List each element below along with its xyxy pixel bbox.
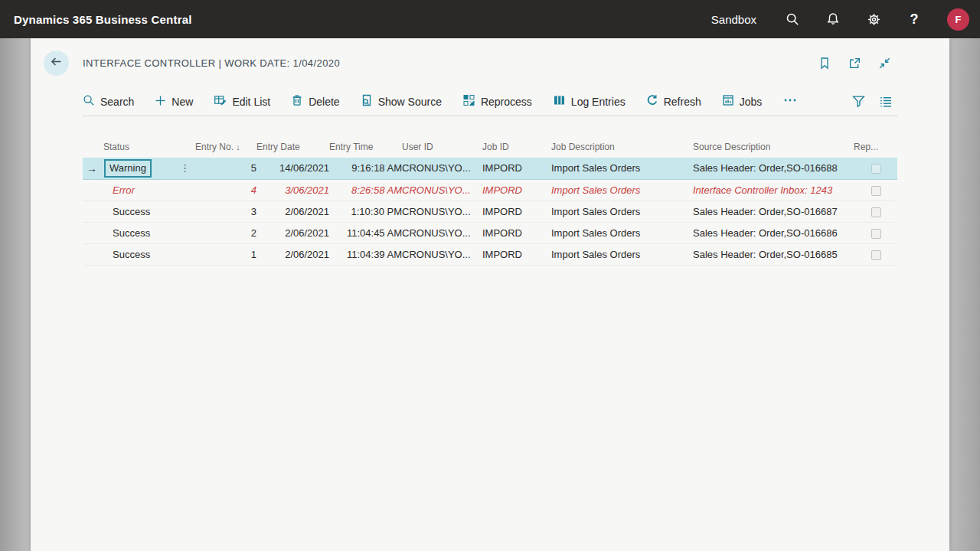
delete-button[interactable]: Delete xyxy=(291,94,339,109)
col-job-id[interactable]: Job ID xyxy=(482,136,551,158)
col-reprocess[interactable]: Rep... xyxy=(854,136,897,158)
col-job-description[interactable]: Job Description xyxy=(551,136,693,158)
cell-status[interactable]: Success xyxy=(103,201,180,222)
cell-entry-time[interactable]: 9:16:18 AM xyxy=(329,158,402,179)
cell-user-id[interactable]: CRONUS\YO... xyxy=(402,243,482,265)
row-indicator-cell: → xyxy=(83,158,103,179)
reprocess-checkbox[interactable] xyxy=(871,250,881,260)
table-row[interactable]: Success 2 2/06/2021 11:04:45 AM CRONUS\Y… xyxy=(83,222,897,243)
environment-badge[interactable]: Sandbox xyxy=(711,13,756,26)
cell-reprocess xyxy=(854,158,897,179)
help-icon[interactable]: ? xyxy=(906,11,922,27)
cell-entry-time[interactable]: 11:04:39 AM xyxy=(329,243,402,265)
reprocess-checkbox[interactable] xyxy=(871,164,881,174)
show-source-icon xyxy=(361,94,373,109)
cell-entry-date[interactable]: 2/06/2021 xyxy=(256,243,329,265)
cell-job-id[interactable]: IMPORD xyxy=(482,158,551,179)
cell-status[interactable]: Error xyxy=(103,179,180,201)
cell-entry-time[interactable]: 11:04:45 AM xyxy=(329,222,402,243)
edit-list-button[interactable]: Edit List xyxy=(214,94,270,109)
table-row-selected[interactable]: → Warning ⋮ 5 14/06/2021 9:16:18 AM CRON… xyxy=(83,158,897,179)
plus-icon xyxy=(155,95,166,109)
cell-entry-no[interactable]: 1 xyxy=(195,243,256,265)
sort-descending-icon: ↓ xyxy=(236,142,240,152)
reprocess-checkbox[interactable] xyxy=(871,207,881,217)
col-entry-date[interactable]: Entry Date xyxy=(256,136,329,158)
reprocess-button[interactable]: Reprocess xyxy=(462,94,532,109)
user-avatar[interactable]: F xyxy=(947,8,969,31)
cell-source-description[interactable]: Interface Controller Inbox: 1243 xyxy=(693,179,854,201)
cell-user-id[interactable]: CRONUS\YO... xyxy=(402,179,482,201)
cell-job-id[interactable]: IMPORD xyxy=(482,243,551,265)
open-in-new-window-icon[interactable] xyxy=(848,56,861,70)
collapse-icon[interactable] xyxy=(877,56,891,70)
edit-list-icon xyxy=(214,94,227,109)
cell-reprocess xyxy=(854,243,897,265)
col-status[interactable]: Status xyxy=(103,136,180,158)
col-entry-no[interactable]: Entry No. ↓ xyxy=(195,136,256,158)
table-row[interactable]: Success 1 2/06/2021 11:04:39 AM CRONUS\Y… xyxy=(83,243,897,265)
cell-entry-date[interactable]: 3/06/2021 xyxy=(256,179,329,201)
search-icon[interactable] xyxy=(785,11,800,27)
log-entries-button[interactable]: Log Entries xyxy=(553,94,626,109)
cell-job-description[interactable]: Import Sales Orders xyxy=(551,201,693,222)
more-options-button[interactable] xyxy=(782,94,798,109)
cell-user-id[interactable]: CRONUS\YO... xyxy=(402,222,482,243)
notifications-bell-icon[interactable] xyxy=(825,11,841,27)
log-entries-icon xyxy=(553,94,566,109)
bookmark-icon[interactable] xyxy=(818,56,831,70)
cell-source-description[interactable]: Sales Header: Order,SO-016686 xyxy=(693,222,854,243)
new-button[interactable]: New xyxy=(155,95,193,109)
reprocess-checkbox[interactable] xyxy=(871,229,881,239)
cell-entry-date[interactable]: 2/06/2021 xyxy=(256,222,329,243)
col-entry-time[interactable]: Entry Time xyxy=(329,136,402,158)
col-user-id[interactable]: User ID xyxy=(402,136,482,158)
jobs-button[interactable]: Jobs xyxy=(722,94,763,109)
cell-job-id[interactable]: IMPORD xyxy=(482,222,551,243)
cell-job-description[interactable]: Import Sales Orders xyxy=(551,179,693,201)
cell-entry-no[interactable]: 5 xyxy=(195,158,256,179)
view-options-icon[interactable] xyxy=(879,95,893,109)
row-menu-cell xyxy=(180,201,195,222)
back-arrow-icon xyxy=(50,55,63,70)
cell-job-id[interactable]: IMPORD xyxy=(482,201,551,222)
filter-icon[interactable] xyxy=(851,95,865,109)
cell-status[interactable]: Success xyxy=(103,222,180,243)
row-context-menu-icon: ⋮ xyxy=(180,162,190,174)
show-source-button[interactable]: Show Source xyxy=(361,94,442,109)
col-source-description[interactable]: Source Description xyxy=(693,136,854,158)
cell-job-description[interactable]: Import Sales Orders xyxy=(551,222,693,243)
cell-entry-time[interactable]: 1:10:30 PM xyxy=(329,201,402,222)
reprocess-icon xyxy=(462,94,475,109)
table-row[interactable]: Success 3 2/06/2021 1:10:30 PM CRONUS\YO… xyxy=(83,201,897,222)
cell-source-description[interactable]: Sales Header: Order,SO-016688 xyxy=(693,158,854,179)
cell-job-id[interactable]: IMPORD xyxy=(482,179,551,201)
refresh-button[interactable]: Refresh xyxy=(646,94,701,109)
cell-job-description[interactable]: Import Sales Orders xyxy=(551,158,693,179)
search-button[interactable]: Search xyxy=(83,94,134,109)
cell-status[interactable]: Warning xyxy=(103,158,180,179)
cell-entry-no[interactable]: 2 xyxy=(195,222,256,243)
cell-entry-date[interactable]: 14/06/2021 xyxy=(256,158,329,179)
cell-entry-date[interactable]: 2/06/2021 xyxy=(256,201,329,222)
cell-user-id[interactable]: CRONUS\YO... xyxy=(402,158,482,179)
app-title[interactable]: Dynamics 365 Business Central xyxy=(14,13,192,26)
cell-job-description[interactable]: Import Sales Orders xyxy=(551,243,693,265)
cell-status[interactable]: Success xyxy=(103,243,180,265)
cell-entry-time[interactable]: 8:26:58 AM xyxy=(329,179,402,201)
cell-source-description[interactable]: Sales Header: Order,SO-016685 xyxy=(693,243,854,265)
trash-icon xyxy=(291,94,303,109)
cell-reprocess xyxy=(854,222,897,243)
cell-source-description[interactable]: Sales Header: Order,SO-016687 xyxy=(693,201,854,222)
back-button[interactable] xyxy=(44,51,69,76)
cell-entry-no[interactable]: 3 xyxy=(195,201,256,222)
settings-gear-icon[interactable] xyxy=(866,11,881,27)
row-menu-cell[interactable]: ⋮ xyxy=(180,158,195,179)
cell-entry-no[interactable]: 4 xyxy=(195,179,256,201)
page-header: INTERFACE CONTROLLER | WORK DATE: 1/04/2… xyxy=(31,38,949,87)
selected-row-arrow-icon: → xyxy=(83,162,97,174)
row-indicator-cell xyxy=(83,201,103,222)
reprocess-checkbox[interactable] xyxy=(871,186,881,196)
cell-user-id[interactable]: CRONUS\YO... xyxy=(402,201,482,222)
table-row-error[interactable]: Error 4 3/06/2021 8:26:58 AM CRONUS\YO..… xyxy=(83,179,897,201)
